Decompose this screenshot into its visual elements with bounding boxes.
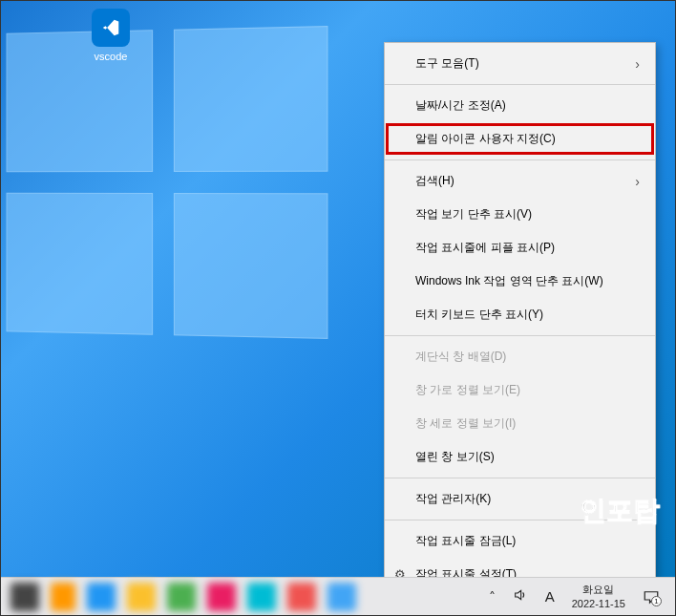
- desktop-icon-label: vscode: [95, 51, 128, 62]
- menu-item-toolbars[interactable]: 도구 모음(T) ›: [385, 47, 655, 80]
- taskbar-pinned-apps-blurred: [1, 578, 481, 615]
- menu-separator: [385, 84, 655, 85]
- chevron-right-icon: ›: [635, 56, 640, 72]
- tray-clock[interactable]: 화요일 2022-11-15: [564, 578, 633, 615]
- vscode-icon: [92, 9, 130, 47]
- menu-separator: [385, 335, 655, 336]
- menu-item-adjust-datetime[interactable]: 날짜/시간 조정(A): [385, 89, 655, 122]
- menu-item-show-windows-ink-workspace[interactable]: Windows Ink 작업 영역 단추 표시(W): [385, 265, 655, 298]
- desktop-icon-vscode[interactable]: vscode: [77, 9, 144, 62]
- notification-badge: 1: [651, 596, 662, 606]
- menu-item-show-windows-stacked: 창 가로 정렬 보기(E): [385, 373, 655, 407]
- menu-item-task-manager[interactable]: 작업 관리자(K): [385, 482, 655, 516]
- tray-volume-button[interactable]: [505, 578, 536, 615]
- clock-day: 화요일: [572, 583, 625, 596]
- ime-mode-indicator: A: [545, 588, 555, 605]
- menu-item-customize-notification-icons[interactable]: 알림 아이콘 사용자 지정(C): [385, 122, 655, 156]
- wallpaper-windows-logo: [7, 26, 328, 339]
- desktop[interactable]: vscode 도구 모음(T) › 날짜/시간 조정(A) 알림 아이콘 사용자…: [1, 1, 675, 577]
- menu-separator: [385, 520, 655, 520]
- menu-item-show-people-on-taskbar[interactable]: 작업 표시줄에 피플 표시(P): [385, 231, 655, 265]
- taskbar[interactable]: ˄ A 화요일 2022-11-15 1: [1, 577, 675, 615]
- system-tray: ˄ A 화요일 2022-11-15 1: [481, 578, 675, 615]
- clock-date: 2022-11-15: [572, 597, 625, 610]
- chevron-right-icon: ›: [635, 174, 640, 189]
- tray-action-center-button[interactable]: 1: [635, 578, 667, 615]
- menu-item-show-windows-side-by-side: 창 세로 정렬 보기(I): [385, 407, 655, 440]
- chevron-up-icon: ˄: [489, 589, 496, 605]
- taskbar-context-menu: 도구 모음(T) › 날짜/시간 조정(A) 알림 아이콘 사용자 지정(C) …: [384, 42, 656, 596]
- menu-item-show-task-view-button[interactable]: 작업 보기 단추 표시(V): [385, 198, 655, 231]
- menu-item-show-open-windows[interactable]: 열린 창 보기(S): [385, 440, 655, 474]
- menu-item-show-touch-keyboard-button[interactable]: 터치 키보드 단추 표시(Y): [385, 298, 655, 331]
- menu-item-search[interactable]: 검색(H) ›: [385, 164, 655, 198]
- tray-ime-button[interactable]: A: [538, 578, 562, 615]
- menu-item-cascade-windows: 계단식 창 배열(D): [385, 340, 655, 373]
- menu-separator: [385, 159, 655, 160]
- notification-icon: 1: [643, 589, 660, 605]
- speaker-icon: [513, 587, 528, 605]
- tray-overflow-button[interactable]: ˄: [481, 578, 503, 615]
- menu-item-lock-taskbar[interactable]: 작업 표시줄 잠금(L): [385, 524, 655, 558]
- menu-separator: [385, 478, 655, 478]
